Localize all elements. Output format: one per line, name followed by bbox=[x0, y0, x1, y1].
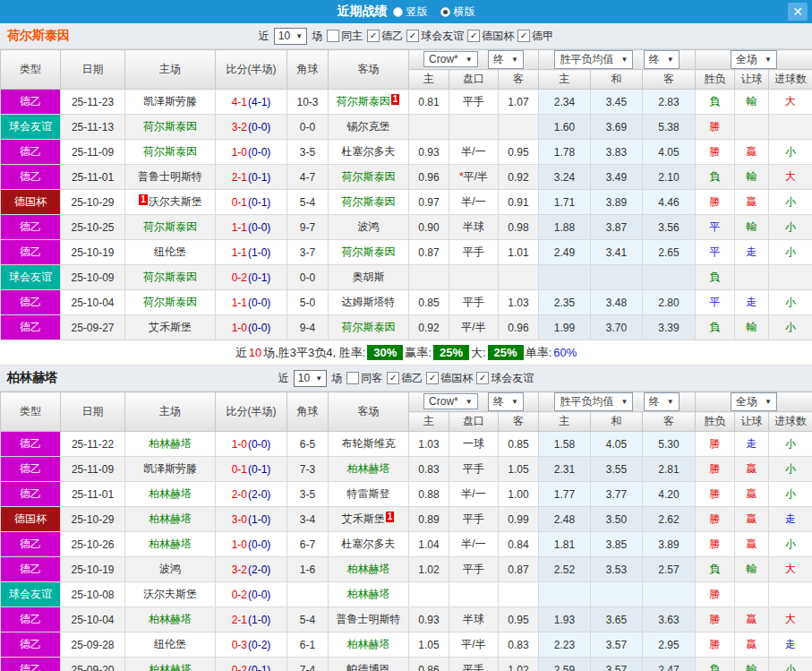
final-select[interactable]: 终▼ bbox=[488, 392, 524, 411]
league-filter[interactable]: ✓球会友谊 bbox=[476, 371, 534, 386]
league-badge: 德乙 bbox=[1, 658, 61, 671]
col-result-wdl: 胜负 bbox=[696, 412, 735, 432]
near-games-value: 10 bbox=[298, 372, 310, 384]
checkbox-icon[interactable] bbox=[346, 372, 359, 384]
team-name: 柏林赫塔 bbox=[347, 563, 390, 575]
checkbox-checked-icon[interactable]: ✓ bbox=[467, 30, 480, 42]
odds-home: 1.81 bbox=[539, 532, 591, 557]
league-label: 球会友谊 bbox=[421, 29, 464, 44]
league-filter[interactable]: ✓德乙 bbox=[367, 29, 403, 44]
league-filter[interactable]: ✓德甲 bbox=[517, 29, 553, 44]
near-games-select[interactable]: 10 ▼ bbox=[274, 28, 307, 45]
fullmatch-select[interactable]: 全场▼ bbox=[731, 50, 777, 69]
team2-name: 柏林赫塔 bbox=[7, 370, 57, 386]
ah-away-odds: 0.95 bbox=[499, 140, 539, 165]
final-value: 终 bbox=[493, 52, 504, 67]
team-name: 柏林赫塔 bbox=[149, 613, 192, 625]
same-away-filter[interactable]: 同客 bbox=[346, 371, 382, 386]
result-goals: 大 bbox=[769, 165, 812, 190]
odds-away: 2.81 bbox=[643, 457, 696, 482]
odds-away: 2.47 bbox=[643, 658, 696, 671]
final-select[interactable]: 终▼ bbox=[488, 50, 524, 69]
col-score: 比分(半场) bbox=[216, 392, 287, 432]
avg-select[interactable]: 胜平负均值▼ bbox=[554, 392, 633, 411]
result-wdl: 負 bbox=[696, 165, 735, 190]
halftime-score: (0-0) bbox=[248, 146, 270, 159]
corner-cell: 9-4 bbox=[287, 315, 329, 340]
match-row: 德乙25-11-09凯泽斯劳滕0-1(0-1)7-3柏林赫塔0.83平手1.05… bbox=[1, 457, 812, 482]
final-select-2[interactable]: 终▼ bbox=[644, 50, 680, 69]
final-select-2[interactable]: 终▼ bbox=[644, 392, 680, 411]
halftime-score: (0-1) bbox=[248, 196, 270, 209]
checkbox-checked-icon[interactable]: ✓ bbox=[387, 372, 399, 384]
match-row: 德乙25-10-25荷尔斯泰因1-1(0-0)9-7波鸿0.90半球0.981.… bbox=[1, 215, 812, 240]
result-wdl: 勝 bbox=[696, 115, 735, 140]
checkbox-icon[interactable] bbox=[327, 30, 339, 42]
col-home: 主场 bbox=[125, 50, 216, 90]
company-select[interactable]: Crow*▼ bbox=[423, 393, 478, 409]
score-cell: 1-0(0-0) bbox=[216, 140, 287, 165]
ah-home-odds: 0.83 bbox=[409, 457, 449, 482]
match-date: 25-09-27 bbox=[61, 315, 125, 340]
single-rate-label: 单率: bbox=[526, 345, 552, 361]
match-row: 德乙25-09-27艾禾斯堡1-0(0-0)9-4荷尔斯泰因0.92平/半0.9… bbox=[1, 315, 812, 340]
radio-horizontal-layout[interactable]: 横版 bbox=[440, 4, 475, 20]
avg-select[interactable]: 胜平负均值▼ bbox=[554, 50, 633, 69]
fullmatch-select[interactable]: 全场▼ bbox=[731, 392, 777, 411]
col-odds-draw: 和 bbox=[591, 412, 643, 432]
league-filters: ✓德乙✓球会友谊✓德国杯✓德甲 bbox=[367, 29, 553, 44]
league-filter[interactable]: ✓德国杯 bbox=[426, 371, 473, 386]
company-select[interactable]: Crow*▼ bbox=[423, 51, 478, 67]
odds-away: 4.46 bbox=[643, 190, 696, 215]
col-result-ah: 让球 bbox=[735, 412, 769, 432]
league-filter[interactable]: ✓球会友谊 bbox=[406, 29, 464, 44]
halftime-score: (0-0) bbox=[248, 589, 270, 601]
league-badge: 球会友谊 bbox=[1, 265, 61, 290]
col-date: 日期 bbox=[61, 392, 125, 432]
col-type: 类型 bbox=[1, 392, 61, 432]
near-games-select[interactable]: 10 ▼ bbox=[294, 370, 327, 387]
close-icon[interactable]: ✕ bbox=[788, 3, 808, 21]
result-wdl: 平 bbox=[696, 215, 735, 240]
summary-mid: 场,胜3平3负4, 胜率: bbox=[263, 345, 365, 361]
result-goals: 小 bbox=[769, 190, 812, 215]
corner-cell: 3-5 bbox=[287, 482, 329, 507]
home-team-cell: 沃尔夫斯堡 bbox=[125, 582, 216, 607]
league-filter[interactable]: ✓德乙 bbox=[387, 371, 423, 386]
result-goals bbox=[769, 265, 812, 290]
checkbox-checked-icon[interactable]: ✓ bbox=[517, 30, 530, 42]
team-name: 普鲁士明斯特 bbox=[138, 170, 202, 183]
odds-away: 2.80 bbox=[643, 290, 696, 315]
final-value: 终 bbox=[493, 394, 504, 409]
checkbox-checked-icon[interactable]: ✓ bbox=[426, 372, 439, 384]
col-result-goals: 进球数 bbox=[769, 412, 812, 432]
red-card-badge: 1 bbox=[139, 194, 148, 205]
ah-home-odds bbox=[409, 582, 449, 607]
checkbox-checked-icon[interactable]: ✓ bbox=[367, 30, 380, 42]
league-filter[interactable]: ✓德国杯 bbox=[467, 29, 514, 44]
away-team-cell: 柏林赫塔 bbox=[329, 457, 409, 482]
checkbox-checked-icon[interactable]: ✓ bbox=[476, 372, 489, 384]
ah-line: 平手 bbox=[449, 658, 499, 671]
match-row: 德乙25-11-23凯泽斯劳滕4-1(4-1)10-3荷尔斯泰因10.81平手1… bbox=[1, 90, 812, 115]
odds-dropdowns: 胜平负均值▼ 终▼ bbox=[539, 392, 696, 412]
match-date: 25-10-19 bbox=[61, 557, 125, 582]
team-name: 荷尔斯泰因 bbox=[143, 145, 197, 158]
home-team-cell: 柏林赫塔 bbox=[125, 607, 216, 632]
ah-away-odds bbox=[499, 582, 539, 607]
score-cell: 0-2(0-1) bbox=[216, 658, 287, 671]
radio-icon[interactable] bbox=[393, 7, 403, 17]
same-home-filter[interactable]: 同主 bbox=[327, 29, 363, 44]
match-row: 德乙25-11-09荷尔斯泰因1-0(0-0)3-5杜塞尔多夫0.93半/一0.… bbox=[1, 140, 812, 165]
col-ah-home: 主 bbox=[409, 412, 449, 432]
fulltime-score: 0-2 bbox=[232, 271, 247, 284]
match-date: 25-10-09 bbox=[61, 265, 125, 290]
ah-line: 一球 bbox=[449, 432, 499, 457]
radio-selected-icon[interactable] bbox=[440, 7, 450, 17]
result-goals: 大 bbox=[769, 607, 812, 632]
score-cell: 3-2(0-0) bbox=[216, 115, 287, 140]
checkbox-checked-icon[interactable]: ✓ bbox=[406, 30, 419, 42]
team-name: 荷尔斯泰因 bbox=[143, 271, 197, 283]
radio-vertical-layout[interactable]: 竖版 bbox=[393, 4, 428, 20]
ah-away-odds: 1.05 bbox=[499, 457, 539, 482]
